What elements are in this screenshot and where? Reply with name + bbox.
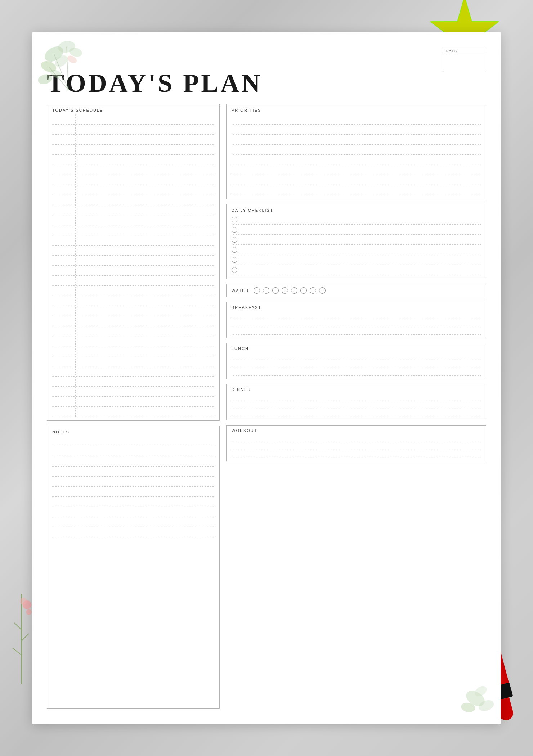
table-row [52, 266, 214, 276]
time-cell [52, 377, 76, 386]
list-item [52, 517, 214, 527]
check-circle[interactable] [232, 237, 237, 243]
water-circle-4[interactable] [282, 287, 288, 294]
notes-label: NOTES [52, 430, 214, 434]
workout-section: WORKOUT [226, 425, 486, 461]
list-item [232, 225, 481, 235]
list-item [232, 215, 481, 225]
water-circle-3[interactable] [272, 287, 279, 294]
list-item [232, 175, 481, 185]
list-item [232, 352, 481, 360]
svg-point-24 [68, 46, 83, 58]
time-cell [52, 235, 76, 245]
water-circle-6[interactable] [300, 287, 307, 294]
task-cell [76, 296, 214, 306]
right-column: PRIORITIES DAILY CHEKLIST [226, 104, 486, 709]
time-cell [52, 326, 76, 336]
breakfast-lines [232, 311, 481, 335]
list-item [232, 393, 481, 401]
list-item [232, 145, 481, 155]
schedule-label: TODAY'S SCHEDULE [52, 108, 214, 112]
checklist-rows [232, 215, 481, 275]
list-item [232, 319, 481, 327]
task-cell [76, 366, 214, 376]
svg-point-15 [26, 609, 32, 615]
list-item [232, 311, 481, 319]
list-item [232, 409, 481, 417]
list-item [232, 450, 481, 458]
svg-point-23 [53, 53, 70, 69]
task-cell [76, 326, 214, 336]
task-cell [76, 135, 214, 144]
task-cell [76, 306, 214, 316]
task-cell [76, 225, 214, 235]
check-circle[interactable] [232, 257, 237, 263]
list-item [232, 255, 481, 265]
table-row [52, 135, 214, 145]
checklist-section: DAILY CHEKLIST [226, 204, 486, 279]
water-circle-1[interactable] [254, 287, 260, 294]
list-item [52, 467, 214, 477]
task-cell [76, 286, 214, 296]
list-item [232, 165, 481, 175]
check-circle[interactable] [232, 217, 237, 222]
check-circle[interactable] [232, 227, 237, 233]
task-cell [76, 125, 214, 134]
table-row [52, 235, 214, 246]
table-row [52, 145, 214, 155]
check-circle[interactable] [232, 267, 237, 273]
time-cell [52, 397, 76, 406]
list-item [232, 368, 481, 376]
table-row [52, 125, 214, 135]
list-item [232, 360, 481, 368]
time-cell [52, 125, 76, 134]
time-cell [52, 185, 76, 195]
dinner-section: DINNER [226, 384, 486, 420]
planner-page: DATE TODAY'S PLAN TODAY'S SCHEDULE [32, 32, 501, 724]
list-item [52, 487, 214, 497]
time-cell [52, 205, 76, 215]
notes-lines [52, 436, 214, 537]
list-item [232, 114, 481, 125]
workout-lines [232, 434, 481, 458]
date-box: DATE [443, 47, 486, 72]
dinner-label: DINNER [232, 387, 481, 392]
time-cell [52, 256, 76, 265]
water-circle-5[interactable] [291, 287, 297, 294]
table-row [52, 377, 214, 387]
table-row [52, 366, 214, 377]
table-row [52, 306, 214, 316]
time-cell [52, 114, 76, 124]
task-cell [76, 356, 214, 366]
time-cell [52, 286, 76, 296]
task-cell [76, 205, 214, 215]
lunch-lines [232, 352, 481, 376]
checklist-label: DAILY CHEKLIST [232, 208, 481, 212]
list-item [232, 245, 481, 255]
table-row [52, 397, 214, 407]
table-row [52, 155, 214, 165]
water-circle-7[interactable] [310, 287, 316, 294]
time-cell [52, 276, 76, 285]
schedule-rows [52, 114, 214, 417]
date-label: DATE [443, 47, 486, 54]
list-item [232, 135, 481, 145]
list-item [52, 446, 214, 456]
task-cell [76, 235, 214, 245]
task-cell [76, 145, 214, 154]
left-column: TODAY'S SCHEDULE [47, 104, 220, 709]
water-circle-2[interactable] [263, 287, 269, 294]
breakfast-section: BREAKFAST [226, 302, 486, 338]
check-circle[interactable] [232, 247, 237, 253]
notes-section: NOTES [47, 426, 220, 709]
flower-decoration [7, 576, 36, 684]
task-cell [76, 175, 214, 185]
table-row [52, 195, 214, 205]
table-row [52, 316, 214, 326]
water-circle-8[interactable] [319, 287, 326, 294]
table-row [52, 175, 214, 185]
task-cell [76, 397, 214, 406]
task-cell [76, 155, 214, 165]
list-item [52, 436, 214, 446]
time-cell [52, 387, 76, 396]
